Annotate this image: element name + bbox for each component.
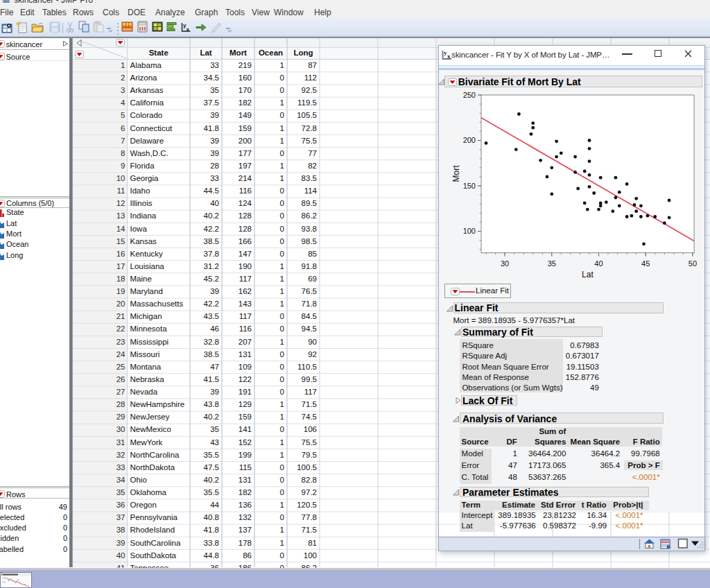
svg-text:150: 150	[2, 581, 6, 584]
svg-text:250: 250	[2, 577, 6, 580]
